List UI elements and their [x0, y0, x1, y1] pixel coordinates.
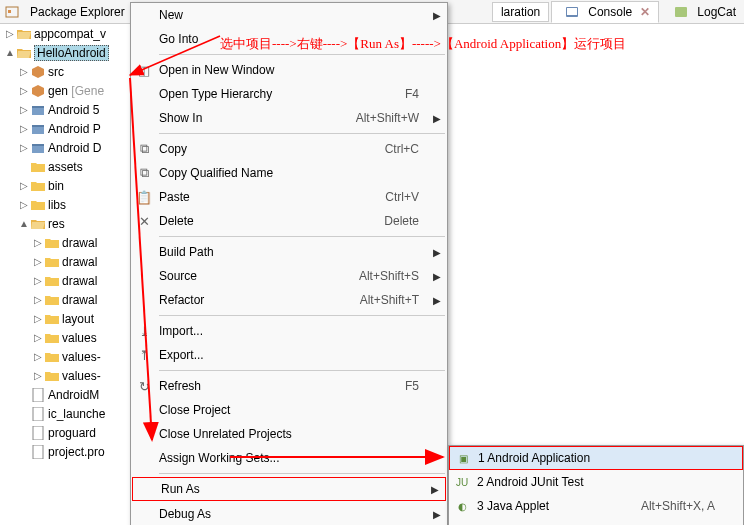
menu-delete[interactable]: ✕DeleteDelete: [131, 209, 447, 233]
svg-rect-5: [32, 108, 44, 115]
menu-label: Paste: [159, 190, 385, 204]
tree-item-drawal[interactable]: ▷drawal: [0, 233, 130, 252]
logcat-icon: [673, 4, 689, 20]
menu-source[interactable]: SourceAlt+Shift+S▶: [131, 264, 447, 288]
submenu-java-application[interactable]: J4 Java ApplicationAlt+Shift+X, J: [449, 518, 743, 525]
svg-rect-0: [6, 7, 18, 17]
expand-arrow-icon[interactable]: ▷: [18, 142, 30, 153]
menu-show-in[interactable]: Show InAlt+Shift+W▶: [131, 106, 447, 130]
menu-open-type-hierarchy[interactable]: Open Type HierarchyF4: [131, 82, 447, 106]
svg-rect-13: [33, 426, 43, 440]
expand-arrow-icon[interactable]: ▷: [32, 313, 44, 324]
tree-item-drawal[interactable]: ▷drawal: [0, 290, 130, 309]
submenu-android-junit-test[interactable]: JU2 Android JUnit Test: [449, 470, 743, 494]
console-icon: [564, 4, 580, 20]
menu-shortcut: F4: [405, 87, 439, 101]
menu-label: Show In: [159, 111, 356, 125]
menu-refactor[interactable]: RefactorAlt+Shift+T▶: [131, 288, 447, 312]
tree-item-project-pro[interactable]: project.pro: [0, 442, 130, 461]
tree-item-drawal[interactable]: ▷drawal: [0, 271, 130, 290]
tree-item-src[interactable]: ▷src: [0, 62, 130, 81]
menu-label: Source: [159, 269, 359, 283]
tree-label: drawal: [62, 293, 97, 307]
menu-separator: [159, 133, 445, 134]
menu-close-unrelated-projects[interactable]: Close Unrelated Projects: [131, 422, 447, 446]
menu-open-in-new-window[interactable]: ◫Open in New Window: [131, 58, 447, 82]
expand-arrow-icon[interactable]: ▷: [18, 85, 30, 96]
menu-paste[interactable]: 📋PasteCtrl+V: [131, 185, 447, 209]
expand-arrow-icon[interactable]: ▷: [18, 199, 30, 210]
menu-shortcut: Alt+Shift+T: [360, 293, 439, 307]
menu-label: Close Project: [159, 403, 439, 417]
expand-arrow-icon[interactable]: ▷: [32, 332, 44, 343]
expand-arrow-icon[interactable]: ▷: [18, 123, 30, 134]
expand-arrow-icon[interactable]: ▷: [32, 351, 44, 362]
tree-item-layout[interactable]: ▷layout: [0, 309, 130, 328]
menu-import-[interactable]: ⤓Import...: [131, 319, 447, 343]
menu-build-path[interactable]: Build Path▶: [131, 240, 447, 264]
tree-item-appcompat_v[interactable]: ▷appcompat_v: [0, 24, 130, 43]
menu-new[interactable]: New▶: [131, 3, 447, 27]
tree-panel[interactable]: ▷appcompat_v▲HelloAndroid▷src▷gen [Gene▷…: [0, 24, 130, 525]
expand-arrow-icon[interactable]: ▲: [18, 218, 30, 229]
submenu-java-applet[interactable]: ◐3 Java AppletAlt+Shift+X, A: [449, 494, 743, 518]
expand-arrow-icon[interactable]: ▷: [32, 370, 44, 381]
expand-arrow-icon[interactable]: ▷: [32, 256, 44, 267]
tab-console[interactable]: Console ✕: [551, 1, 659, 23]
tree-item-android-d[interactable]: ▷Android D: [0, 138, 130, 157]
annotation-text: 选中项目---->右键---->【Run As】----->【Android A…: [220, 35, 626, 53]
tree-label: HelloAndroid: [34, 45, 109, 61]
expand-arrow-icon[interactable]: ▷: [18, 104, 30, 115]
tab-label: LogCat: [697, 5, 736, 19]
tree-item-assets[interactable]: assets: [0, 157, 130, 176]
svg-rect-3: [567, 8, 577, 15]
expand-arrow-icon[interactable]: ▲: [4, 47, 16, 58]
menu-shortcut: F5: [405, 379, 439, 393]
expand-arrow-icon[interactable]: ▷: [18, 66, 30, 77]
tab-logcat[interactable]: LogCat: [661, 2, 744, 22]
menu-label: Assign Working Sets...: [159, 451, 439, 465]
tree-item-androidm[interactable]: AndroidM: [0, 385, 130, 404]
tree-label: values: [62, 331, 97, 345]
folder-open-icon: [16, 45, 32, 61]
tree-label: Android P: [48, 122, 101, 136]
svg-rect-6: [32, 106, 44, 108]
menu-refresh[interactable]: ↻RefreshF5: [131, 374, 447, 398]
menu-copy-qualified-name[interactable]: ⧉Copy Qualified Name: [131, 161, 447, 185]
tree-item-android-p[interactable]: ▷Android P: [0, 119, 130, 138]
tree-item-bin[interactable]: ▷bin: [0, 176, 130, 195]
expand-arrow-icon[interactable]: ▷: [32, 294, 44, 305]
tree-item-drawal[interactable]: ▷drawal: [0, 252, 130, 271]
menu-shortcut: Alt+Shift+S: [359, 269, 439, 283]
junit-icon: JU: [453, 473, 471, 491]
tree-item-res[interactable]: ▲res: [0, 214, 130, 233]
tree-item-values-[interactable]: ▷values-: [0, 366, 130, 385]
tree-item-helloandroid[interactable]: ▲HelloAndroid: [0, 43, 130, 62]
submenu-android-application[interactable]: ▣1 Android Application: [449, 446, 743, 470]
tree-item-gen[interactable]: ▷gen [Gene: [0, 81, 130, 100]
menu-close-project[interactable]: Close Project: [131, 398, 447, 422]
menu-run-as[interactable]: Run As▶: [132, 477, 446, 501]
menu-copy[interactable]: ⧉CopyCtrl+C: [131, 137, 447, 161]
menu-export-[interactable]: ⤒Export...: [131, 343, 447, 367]
expand-arrow-icon[interactable]: ▷: [18, 180, 30, 191]
close-icon[interactable]: ✕: [640, 5, 650, 19]
copy-icon: ⧉: [135, 164, 153, 182]
tree-item-proguard[interactable]: proguard: [0, 423, 130, 442]
copy-icon: ⧉: [135, 140, 153, 158]
tab-label: Console: [588, 5, 632, 19]
tree-item-values-[interactable]: ▷values-: [0, 347, 130, 366]
tree-item-libs[interactable]: ▷libs: [0, 195, 130, 214]
expand-arrow-icon[interactable]: ▷: [32, 275, 44, 286]
expand-arrow-icon[interactable]: ▷: [32, 237, 44, 248]
tree-item-android-5[interactable]: ▷Android 5: [0, 100, 130, 119]
file-icon: [30, 444, 46, 460]
tree-item-ic_launche[interactable]: ic_launche: [0, 404, 130, 423]
menu-label: Export...: [159, 348, 439, 362]
expand-arrow-icon[interactable]: ▷: [4, 28, 16, 39]
menu-assign-working-sets-[interactable]: Assign Working Sets...: [131, 446, 447, 470]
menu-debug-as[interactable]: Debug As▶: [131, 502, 447, 525]
tree-item-values[interactable]: ▷values: [0, 328, 130, 347]
context-menu: New▶Go Into◫Open in New WindowOpen Type …: [130, 2, 448, 525]
tab-declaration[interactable]: laration: [492, 2, 549, 22]
